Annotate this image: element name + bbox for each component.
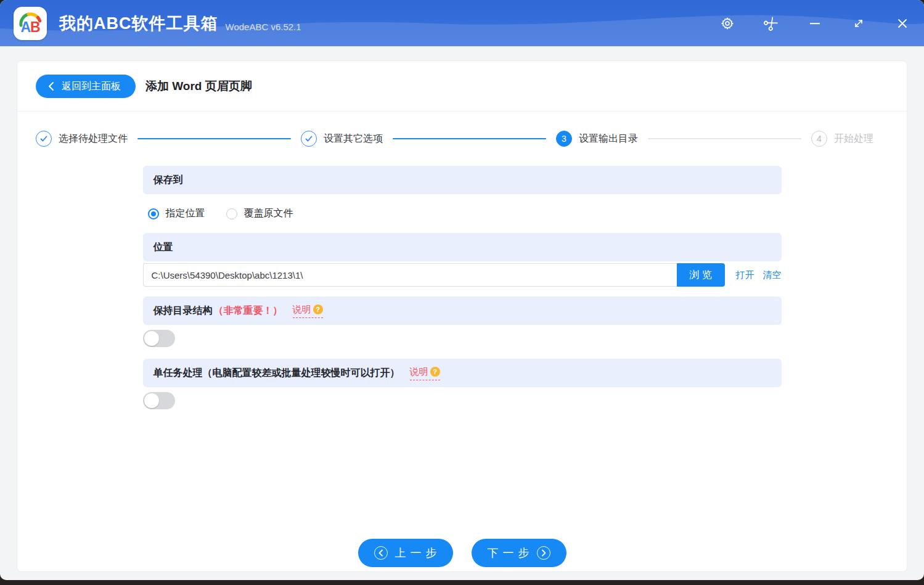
step-3-output-directory: 3 设置输出目录	[556, 131, 638, 147]
section-keep-structure: 保持目录结构 （非常重要！） 说明 ?	[143, 297, 782, 325]
step-3-label: 设置输出目录	[579, 133, 638, 145]
settings-gear-icon[interactable]	[720, 16, 735, 31]
single-task-toggle[interactable]	[143, 392, 175, 409]
browse-button[interactable]: 浏 览	[677, 263, 725, 287]
single-task-toggle-row	[143, 392, 782, 409]
logo-arc-icon	[17, 10, 44, 37]
step-4-label: 开始处理	[834, 133, 873, 145]
chevron-left-icon	[48, 81, 54, 91]
back-button-label: 返回到主面板	[62, 80, 121, 93]
keep-structure-help-label: 说明	[293, 304, 311, 316]
single-task-title: 单任务处理（电脑配置较差或批量处理较慢时可以打开）	[153, 367, 400, 380]
step-3-number: 3	[556, 131, 572, 147]
question-mark-icon: ?	[313, 305, 323, 314]
previous-step-button[interactable]: 上一步	[358, 539, 453, 567]
arrow-left-circle-icon	[374, 546, 388, 560]
toggle-knob	[144, 393, 159, 408]
radio-overwrite-original[interactable]: 覆盖原文件	[226, 207, 293, 220]
step-2-check-icon	[301, 131, 317, 147]
step-1-check-icon	[36, 131, 52, 147]
step-connector-2	[393, 138, 546, 139]
step-1-label: 选择待处理文件	[59, 133, 128, 145]
single-task-help-label: 说明	[410, 366, 428, 378]
form-column: 保存到 指定位置 覆盖原文件 位置 浏 览 打开	[143, 166, 782, 409]
step-connector-1	[137, 138, 291, 139]
save-to-options: 指定位置 覆盖原文件	[148, 207, 782, 220]
clear-path-link[interactable]: 清空	[763, 269, 782, 281]
section-save-to: 保存到	[143, 166, 782, 194]
step-2-label: 设置其它选项	[324, 133, 383, 145]
section-single-task: 单任务处理（电脑配置较差或批量处理较慢时可以打开） 说明 ?	[143, 359, 782, 387]
path-links: 打开 清空	[736, 269, 782, 281]
resize-maximize-icon[interactable]	[851, 16, 866, 31]
step-1-select-files: 选择待处理文件	[36, 131, 128, 147]
scissors-screenshot-icon[interactable]	[764, 16, 779, 31]
titlebar: AB 我的ABC软件工具箱 WodeABC v6.52.1	[0, 0, 924, 46]
wizard-footer: 上一步 下一步	[17, 539, 907, 567]
keep-structure-help[interactable]: 说明 ?	[293, 304, 323, 318]
output-path-input[interactable]	[143, 263, 677, 287]
minimize-icon[interactable]	[807, 16, 822, 31]
app-title: 我的ABC软件工具箱	[59, 12, 218, 35]
radio-unselected-icon	[226, 208, 237, 219]
step-2-set-options: 设置其它选项	[301, 131, 383, 147]
radio-selected-icon	[148, 208, 159, 219]
step-indicator: 选择待处理文件 设置其它选项 3 设置输出目录 4 开始处理	[17, 112, 907, 166]
panel-header: 返回到主面板 添加 Word 页眉页脚	[17, 61, 907, 112]
main-panel: 返回到主面板 添加 Word 页眉页脚 选择待处理文件 设置其它选项 3	[17, 60, 907, 572]
keep-structure-title: 保持目录结构	[153, 305, 213, 317]
keep-structure-important-note: （非常重要！）	[214, 305, 283, 317]
location-path-row: 浏 览 打开 清空	[143, 263, 782, 287]
step-4-number: 4	[811, 131, 827, 147]
next-step-button[interactable]: 下一步	[472, 539, 566, 567]
keep-structure-toggle-row	[143, 330, 782, 347]
single-task-help[interactable]: 说明 ?	[410, 366, 440, 380]
app-logo: AB	[14, 7, 47, 40]
titlebar-buttons	[720, 0, 910, 46]
question-mark-icon: ?	[430, 367, 440, 377]
keep-structure-toggle[interactable]	[143, 330, 175, 347]
step-connector-3	[648, 138, 801, 139]
toggle-knob	[144, 331, 159, 346]
back-to-dashboard-button[interactable]: 返回到主面板	[36, 75, 136, 98]
next-step-label: 下一步	[488, 546, 534, 560]
radio-overwrite-original-label: 覆盖原文件	[244, 207, 293, 220]
open-folder-link[interactable]: 打开	[736, 269, 754, 281]
app-window: AB 我的ABC软件工具箱 WodeABC v6.52.1	[0, 0, 924, 580]
section-save-to-title: 保存到	[153, 174, 183, 187]
previous-step-label: 上一步	[395, 546, 441, 560]
app-version: WodeABC v6.52.1	[226, 22, 301, 32]
arrow-right-circle-icon	[537, 546, 550, 560]
radio-specified-location-label: 指定位置	[166, 207, 205, 220]
section-location-title: 位置	[153, 241, 173, 254]
step-4-start-processing: 4 开始处理	[811, 131, 873, 147]
section-location: 位置	[143, 233, 782, 261]
page-title: 添加 Word 页眉页脚	[145, 78, 252, 94]
radio-specified-location[interactable]: 指定位置	[148, 207, 205, 220]
close-icon[interactable]	[895, 16, 910, 31]
